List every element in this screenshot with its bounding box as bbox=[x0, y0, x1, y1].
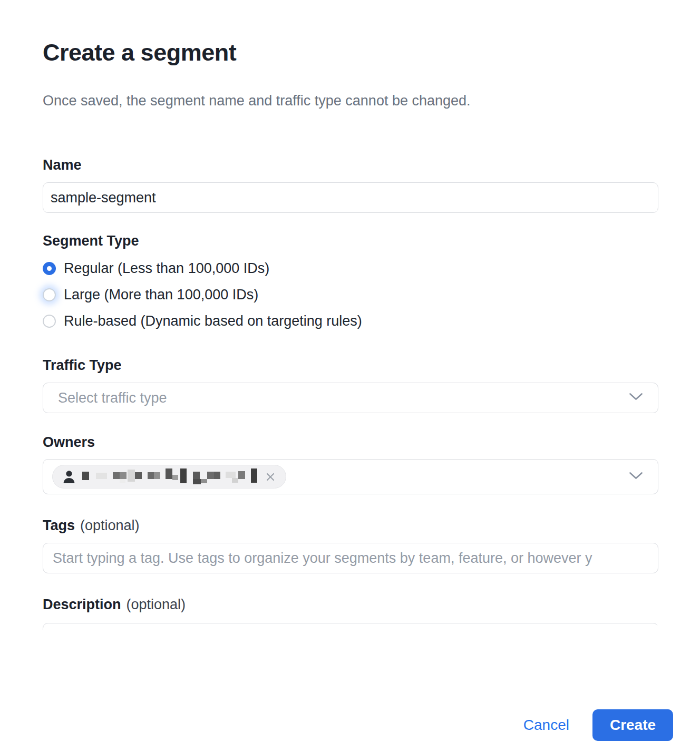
redacted-owner-text bbox=[82, 467, 257, 487]
tags-optional-text: (optional) bbox=[80, 518, 140, 533]
page-title: Create a segment bbox=[43, 39, 657, 66]
description-label-text: Description bbox=[43, 597, 121, 612]
tags-input[interactable] bbox=[43, 543, 658, 573]
create-segment-dialog: Create a segment Once saved, the segment… bbox=[0, 39, 700, 742]
radio-selected-icon[interactable] bbox=[43, 262, 56, 275]
tags-label-text: Tags bbox=[43, 518, 75, 533]
segment-type-label: Segment Type bbox=[43, 233, 657, 249]
name-label: Name bbox=[43, 157, 657, 173]
segment-type-radio-group: Regular (Less than 100,000 IDs) Large (M… bbox=[43, 255, 657, 334]
chevron-down-icon bbox=[629, 472, 643, 482]
radio-option-label: Regular (Less than 100,000 IDs) bbox=[64, 260, 269, 277]
segment-type-option-large[interactable]: Large (More than 100,000 IDs) bbox=[43, 281, 657, 308]
traffic-type-label: Traffic Type bbox=[43, 357, 657, 373]
owners-label: Owners bbox=[43, 434, 657, 450]
segment-type-option-rule-based[interactable]: Rule-based (Dynamic based on targeting r… bbox=[43, 308, 657, 334]
description-textarea[interactable] bbox=[43, 623, 657, 630]
create-button[interactable]: Create bbox=[592, 709, 673, 741]
tags-label: Tags(optional) bbox=[43, 518, 657, 533]
segment-type-option-regular[interactable]: Regular (Less than 100,000 IDs) bbox=[43, 255, 657, 281]
cancel-button[interactable]: Cancel bbox=[523, 717, 569, 734]
name-input[interactable] bbox=[43, 182, 658, 213]
description-label: Description(optional) bbox=[43, 597, 657, 612]
radio-option-label: Large (More than 100,000 IDs) bbox=[64, 287, 258, 303]
person-icon bbox=[61, 469, 77, 485]
traffic-type-placeholder: Select traffic type bbox=[43, 390, 167, 406]
dialog-footer: Cancel Create bbox=[523, 709, 673, 741]
description-textarea-clip bbox=[43, 623, 657, 630]
dialog-subtitle: Once saved, the segment name and traffic… bbox=[43, 93, 657, 109]
chevron-down-icon bbox=[629, 393, 643, 403]
radio-unselected-icon[interactable] bbox=[43, 288, 56, 301]
remove-owner-icon[interactable] bbox=[265, 471, 276, 483]
owner-chip bbox=[52, 465, 286, 489]
owners-select[interactable] bbox=[43, 459, 658, 494]
radio-unselected-icon[interactable] bbox=[43, 315, 56, 328]
radio-option-label: Rule-based (Dynamic based on targeting r… bbox=[64, 313, 362, 329]
traffic-type-select[interactable]: Select traffic type bbox=[43, 383, 658, 413]
description-optional-text: (optional) bbox=[127, 597, 186, 612]
